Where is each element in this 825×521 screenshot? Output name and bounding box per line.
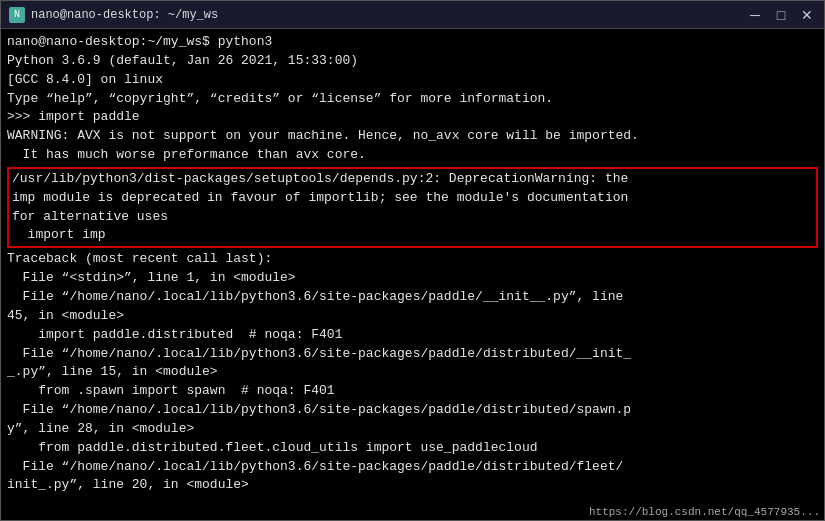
terminal-line: y”, line 28, in <module> <box>7 420 818 439</box>
terminal-line: Traceback (most recent call last): <box>7 250 818 269</box>
window-title: nano@nano-desktop: ~/my_ws <box>31 8 218 22</box>
title-bar-left: N nano@nano-desktop: ~/my_ws <box>9 7 218 23</box>
terminal-line: [GCC 8.4.0] on linux <box>7 71 818 90</box>
terminal-body[interactable]: nano@nano-desktop:~/my_ws$ python3 Pytho… <box>1 29 824 520</box>
terminal-line: File “/home/nano/.local/lib/python3.6/si… <box>7 345 818 364</box>
terminal-line: init_.py”, line 20, in <module> <box>7 476 818 495</box>
terminal-line: Python 3.6.9 (default, Jan 26 2021, 15:3… <box>7 52 818 71</box>
close-button[interactable]: ✕ <box>798 6 816 24</box>
terminal-line: It has much worse preformance than avx c… <box>7 146 818 165</box>
warning-line: imp module is deprecated in favour of im… <box>12 189 813 208</box>
window-controls: ─ □ ✕ <box>746 6 816 24</box>
url-bar: https://blog.csdn.net/qq_4577935... <box>589 506 820 518</box>
warning-line: import imp <box>12 226 813 245</box>
terminal-line: Type “help”, “copyright”, “credits” or “… <box>7 90 818 109</box>
terminal-line: from .spawn import spawn # noqa: F401 <box>7 382 818 401</box>
terminal-line: nano@nano-desktop:~/my_ws$ python3 <box>7 33 818 52</box>
terminal-line: 45, in <module> <box>7 307 818 326</box>
terminal-line: from paddle.distributed.fleet.cloud_util… <box>7 439 818 458</box>
terminal-line: >>> import paddle <box>7 108 818 127</box>
terminal-line: WARNING: AVX is not support on your mach… <box>7 127 818 146</box>
title-bar: N nano@nano-desktop: ~/my_ws ─ □ ✕ <box>1 1 824 29</box>
warning-line: /usr/lib/python3/dist-packages/setuptool… <box>12 170 813 189</box>
terminal-line: import paddle.distributed # noqa: F401 <box>7 326 818 345</box>
terminal-line: File “/home/nano/.local/lib/python3.6/si… <box>7 458 818 477</box>
terminal-line: File “/home/nano/.local/lib/python3.6/si… <box>7 401 818 420</box>
warning-line: for alternative uses <box>12 208 813 227</box>
terminal-line: _.py”, line 15, in <module> <box>7 363 818 382</box>
warning-box: /usr/lib/python3/dist-packages/setuptool… <box>7 167 818 248</box>
maximize-button[interactable]: □ <box>772 6 790 24</box>
terminal-window: N nano@nano-desktop: ~/my_ws ─ □ ✕ nano@… <box>0 0 825 521</box>
app-icon: N <box>9 7 25 23</box>
terminal-line: File “<stdin>”, line 1, in <module> <box>7 269 818 288</box>
minimize-button[interactable]: ─ <box>746 6 764 24</box>
terminal-line: File “/home/nano/.local/lib/python3.6/si… <box>7 288 818 307</box>
